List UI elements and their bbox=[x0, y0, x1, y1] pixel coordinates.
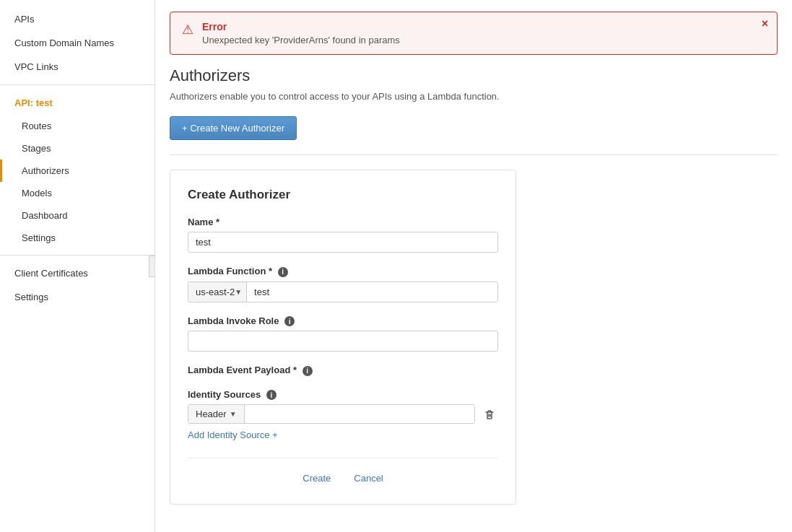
sidebar-item-stages[interactable]: Stages bbox=[0, 137, 155, 160]
lambda-invoke-role-label: Lambda Invoke Role i bbox=[188, 315, 498, 327]
create-new-authorizer-button[interactable]: + Create New Authorizer bbox=[170, 116, 297, 140]
cancel-button[interactable]: Cancel bbox=[348, 470, 388, 487]
sidebar-item-dashboard[interactable]: Dashboard bbox=[0, 204, 155, 227]
sidebar-item-custom-domain-names[interactable]: Custom Domain Names bbox=[0, 31, 155, 55]
name-input[interactable] bbox=[188, 232, 498, 253]
error-close-button[interactable]: × bbox=[762, 18, 768, 30]
error-icon: ⚠ bbox=[182, 22, 193, 38]
error-content: Error Unexpected key 'ProviderArns' foun… bbox=[202, 21, 400, 45]
sidebar-api-label: API: test bbox=[0, 91, 155, 115]
sidebar-item-routes[interactable]: Routes bbox=[0, 115, 155, 137]
identity-type-text: Header bbox=[196, 409, 227, 419]
lambda-invoke-role-input[interactable] bbox=[188, 331, 498, 352]
lambda-invoke-role-label-text: Lambda Invoke Role bbox=[188, 315, 279, 326]
lambda-invoke-role-group: Lambda Invoke Role i bbox=[188, 315, 498, 352]
identity-source-row: Header ▼ bbox=[188, 404, 498, 424]
sidebar-item-authorizers[interactable]: Authorizers bbox=[0, 160, 155, 182]
identity-type-dropdown[interactable]: Header ▼ bbox=[188, 405, 245, 423]
main-content: ⚠ Error Unexpected key 'ProviderArns' fo… bbox=[155, 0, 792, 532]
form-actions: Create Cancel bbox=[188, 458, 498, 487]
identity-source-input-wrapper: Header ▼ bbox=[188, 404, 475, 424]
sidebar-divider bbox=[0, 84, 155, 85]
identity-sources-label-text: Identity Sources bbox=[188, 389, 261, 400]
page-content: Authorizers Authorizers enable you to co… bbox=[155, 66, 792, 519]
create-authorizer-form: Create Authorizer Name * Lambda Function… bbox=[170, 170, 516, 505]
api-label-text: API: bbox=[14, 97, 36, 108]
error-title: Error bbox=[202, 21, 400, 32]
lambda-function-group: Lambda Function * i us-east-2 ▼ bbox=[188, 266, 498, 302]
lambda-invoke-role-info-icon[interactable]: i bbox=[284, 316, 295, 326]
lambda-event-payload-group: Lambda Event Payload * i bbox=[188, 365, 498, 376]
lambda-function-info-icon[interactable]: i bbox=[278, 267, 288, 277]
name-field-group: Name * bbox=[188, 217, 498, 253]
error-message: Unexpected key 'ProviderArns' found in p… bbox=[202, 35, 400, 45]
page-description: Authorizers enable you to control access… bbox=[170, 91, 778, 102]
add-identity-source-link[interactable]: Add Identity Source + bbox=[188, 429, 278, 440]
sidebar-collapse-handle[interactable]: ‹ bbox=[149, 256, 155, 277]
lambda-function-input-row: us-east-2 ▼ bbox=[188, 282, 498, 302]
error-banner: ⚠ Error Unexpected key 'ProviderArns' fo… bbox=[170, 12, 778, 55]
identity-sources-group: Identity Sources i Header ▼ bbox=[188, 389, 498, 441]
lambda-event-payload-label: Lambda Event Payload * i bbox=[188, 365, 498, 376]
sidebar-item-apis[interactable]: APIs bbox=[0, 7, 155, 31]
sidebar-item-vpc-links[interactable]: VPC Links bbox=[0, 55, 155, 79]
lambda-region-chevron: ▼ bbox=[235, 288, 242, 296]
name-label: Name * bbox=[188, 217, 498, 227]
sidebar-item-models[interactable]: Models bbox=[0, 182, 155, 204]
sidebar-divider-2 bbox=[0, 255, 155, 256]
create-button[interactable]: Create bbox=[297, 470, 336, 487]
lambda-function-label: Lambda Function * i bbox=[188, 266, 498, 277]
api-name-text: test bbox=[36, 97, 53, 108]
identity-type-chevron: ▼ bbox=[230, 410, 237, 418]
lambda-region-dropdown[interactable]: us-east-2 ▼ bbox=[188, 282, 247, 302]
section-divider bbox=[170, 154, 778, 155]
lambda-function-input[interactable] bbox=[247, 282, 497, 302]
lambda-function-label-text: Lambda Function * bbox=[188, 266, 272, 276]
lambda-event-payload-info-icon[interactable]: i bbox=[303, 366, 313, 376]
identity-value-input[interactable] bbox=[245, 405, 474, 423]
sidebar: ‹ APIs Custom Domain Names VPC Links API… bbox=[0, 0, 155, 532]
delete-identity-source-button[interactable] bbox=[481, 406, 498, 423]
sidebar-item-client-certificates[interactable]: Client Certificates bbox=[0, 261, 155, 285]
sidebar-item-settings-global[interactable]: Settings bbox=[0, 285, 155, 309]
lambda-region-text: us-east-2 bbox=[196, 287, 235, 297]
identity-sources-label: Identity Sources i bbox=[188, 389, 498, 401]
lambda-event-payload-label-text: Lambda Event Payload * bbox=[188, 365, 297, 375]
page-title: Authorizers bbox=[170, 66, 778, 85]
form-title: Create Authorizer bbox=[188, 188, 498, 202]
sidebar-item-settings[interactable]: Settings bbox=[0, 227, 155, 249]
trash-icon bbox=[484, 409, 495, 420]
identity-sources-info-icon[interactable]: i bbox=[266, 390, 277, 400]
